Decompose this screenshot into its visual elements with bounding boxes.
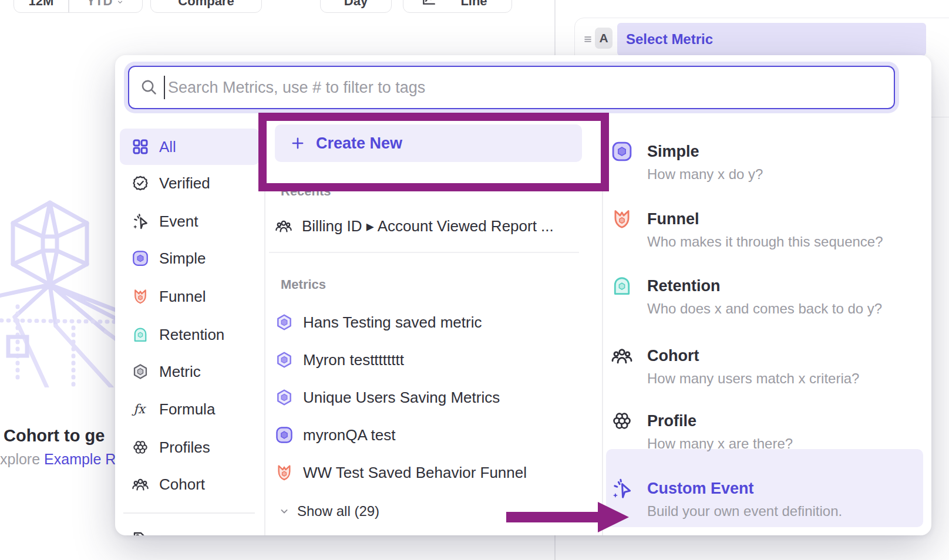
cohort-people-icon: [611, 345, 633, 367]
screen: 12M YTD Compare Day Line Cohort to ge xp…: [0, 0, 949, 560]
type-row-profile[interactable]: Profile How many x are there?: [611, 409, 916, 455]
select-metric-pill[interactable]: Select Metric: [617, 23, 926, 56]
grid-icon: [132, 138, 149, 156]
cohort-people-icon: [275, 217, 292, 235]
type-row-simple[interactable]: Simple How many x do y?: [611, 140, 916, 185]
drag-handle-icon[interactable]: [582, 33, 594, 45]
granularity-day-button[interactable]: Day: [320, 0, 392, 13]
verified-badge-icon: [132, 174, 149, 192]
empty-state-headline-fragment: Cohort to ge: [4, 426, 105, 446]
series-badge: A: [595, 28, 613, 49]
metric-list-item[interactable]: WW Test Saved Behavior Funnel: [275, 455, 580, 490]
formula-icon: [132, 400, 149, 418]
sidebar-divider: [123, 512, 255, 514]
simple-metric-icon: [275, 426, 294, 444]
sidebar-item-event[interactable]: Event: [120, 203, 260, 239]
metrics-heading: Metrics: [281, 277, 326, 292]
chevron-down-icon: [278, 505, 290, 517]
sidebar-item-simple[interactable]: Simple: [120, 240, 260, 276]
metric-hexagon-icon: [132, 363, 149, 380]
metric-list-item[interactable]: Hans Testing saved metric: [275, 305, 580, 340]
type-row-funnel[interactable]: Funnel Who makes it through this sequenc…: [611, 207, 916, 253]
simple-metric-icon: [132, 249, 149, 267]
profiles-flower-icon: [611, 410, 633, 432]
metric-hexagon-purple-icon: [275, 388, 294, 407]
show-all-button[interactable]: Show all (29): [278, 498, 379, 525]
metric-hexagon-purple-icon: [275, 313, 294, 332]
sidebar-item-metric[interactable]: Metric: [120, 353, 260, 390]
compare-button[interactable]: Compare: [150, 0, 262, 13]
retention-icon: [611, 275, 633, 297]
search-input[interactable]: [128, 66, 895, 109]
type-row-cohort[interactable]: Cohort How many users match x criteria?: [611, 344, 916, 390]
metric-hexagon-purple-icon: [275, 350, 294, 369]
custom-event-icon: [611, 477, 633, 500]
type-row-retention[interactable]: Retention Who does x and comes back to d…: [611, 274, 916, 320]
profiles-flower-icon: [132, 438, 149, 456]
retention-icon: [132, 326, 149, 343]
sidebar-item-formula[interactable]: Formula: [120, 391, 260, 427]
funnel-icon: [275, 463, 294, 482]
metric-list-item[interactable]: Myron testttttttt: [275, 342, 580, 377]
funnel-icon: [611, 208, 633, 230]
range-ytd-button[interactable]: YTD: [68, 0, 142, 9]
funnel-icon: [132, 288, 149, 305]
custom-event-row[interactable]: Custom Event Build your own event defini…: [611, 477, 916, 522]
range-12m-button[interactable]: 12M: [14, 0, 68, 9]
text-caret: [164, 76, 165, 99]
simple-metric-icon: [611, 140, 633, 163]
section-divider: [269, 252, 579, 253]
metric-list-item[interactable]: myronQA test: [275, 417, 580, 453]
sidebar-item-funnel[interactable]: Funnel: [120, 278, 260, 315]
date-range-segmented-control[interactable]: 12M YTD: [14, 0, 143, 13]
chart-type-line-button[interactable]: Line: [403, 0, 512, 13]
sidebar-item-profiles[interactable]: Profiles: [120, 429, 260, 465]
sidebar-item-all[interactable]: All: [120, 129, 260, 165]
sidebar-item-cohort[interactable]: Cohort: [120, 466, 260, 502]
tag-icon: [132, 531, 149, 535]
annotation-highlight-box: [258, 113, 609, 191]
cohort-people-icon: [132, 475, 149, 493]
annotation-arrow-shaft: [506, 512, 598, 522]
recent-item-billing[interactable]: Billing ID ▸ Account Viewed Report ...: [275, 208, 580, 244]
event-cursor-icon: [132, 212, 149, 230]
metric-list-item[interactable]: Unique Users Saving Metrics: [275, 380, 580, 415]
annotation-arrow-head: [598, 502, 629, 532]
search-icon: [140, 78, 158, 96]
search-field-wrap: [128, 66, 895, 109]
sidebar-item-verified[interactable]: Verified: [120, 165, 260, 201]
sidebar-item-retention[interactable]: Retention: [120, 316, 260, 353]
sidebar-item-tags-partial[interactable]: [120, 521, 260, 535]
empty-state-subtext: xplore Example R: [0, 451, 116, 468]
example-reports-link[interactable]: Example R: [44, 451, 116, 467]
chevron-down-icon: [116, 0, 124, 6]
